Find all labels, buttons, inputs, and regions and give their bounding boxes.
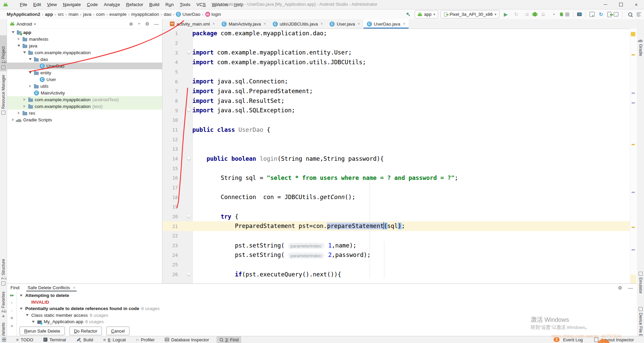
tree-item-dao[interactable]: dao — [7, 56, 162, 63]
breadcrumb-myapplication2[interactable]: MyApplication2 — [7, 12, 40, 17]
statusbar-build[interactable]: Build — [73, 336, 96, 343]
stop-button[interactable] — [565, 12, 569, 16]
breadcrumb-main[interactable]: main — [69, 12, 78, 17]
terminal-button[interactable] — [590, 12, 595, 17]
breadcrumb-src[interactable]: src — [58, 12, 64, 17]
menu-view[interactable]: View — [44, 1, 60, 8]
statusbar-database-inspector[interactable]: Database Inspector — [162, 336, 212, 343]
run-configuration-select[interactable]: app▾ — [415, 10, 438, 18]
chevron-right-icon[interactable] — [17, 38, 21, 40]
code-area[interactable]: 1package com.example.myapplication.dao;2… — [162, 29, 630, 283]
apply-changes-button[interactable] — [523, 11, 531, 18]
find-row-invalid[interactable]: INVALID — [16, 299, 637, 306]
settings-icon[interactable]: ⚙ — [145, 21, 149, 27]
tree-item-user[interactable]: CUser — [7, 76, 162, 83]
tree-item-com-example-myapplication-test[interactable]: com.example.myapplication(test) — [7, 103, 162, 110]
run-button[interactable] — [502, 11, 510, 18]
chevron-down-icon[interactable] — [28, 58, 32, 60]
tree-item-mainactivity[interactable]: CMainActivity — [7, 89, 162, 96]
find-row-attempting-to-delete[interactable]: Attempting to delete — [16, 292, 637, 299]
tree-item-entity[interactable]: entity — [7, 69, 162, 76]
menu-analyze[interactable]: Analyze — [101, 1, 123, 8]
hide-icon[interactable]: — — [628, 285, 633, 291]
chevron-down-icon[interactable] — [31, 321, 35, 323]
tab-activity-main-xml[interactable]: <>activity_main.xml× — [166, 19, 218, 29]
sync-button[interactable] — [597, 11, 605, 18]
toolstrip-gradle[interactable]: Gradle — [637, 36, 644, 65]
collapse-all-icon[interactable]: ÷ — [138, 21, 141, 27]
error-stripe[interactable] — [630, 29, 637, 283]
menu-vcs[interactable]: VCS — [194, 1, 209, 8]
chevron-right-icon[interactable] — [17, 112, 21, 114]
profiler-button[interactable] — [550, 11, 558, 18]
statusbar-terminal[interactable]: Terminal — [41, 336, 69, 343]
sdk-button[interactable] — [614, 12, 618, 16]
hide-icon[interactable]: — — [154, 21, 159, 27]
close-icon[interactable]: × — [357, 22, 360, 26]
menu-run[interactable]: Run — [163, 1, 177, 8]
breadcrumb-example[interactable]: example — [109, 12, 126, 17]
chevron-right-icon[interactable] — [11, 118, 15, 121]
find-row-potentially-unsafe-to-delete-references-found-in-code[interactable]: Potentially unsafe to delete references … — [16, 305, 637, 312]
breadcrumb-dao[interactable]: dao — [164, 12, 172, 17]
rerun-icon[interactable]: ▶▶ — [10, 294, 13, 297]
tree-item-userdao[interactable]: CUserDao — [7, 63, 162, 69]
breadcrumb-login[interactable]: mlogin — [205, 12, 221, 17]
cancel-button[interactable]: Cancel — [106, 327, 129, 335]
chevron-down-icon[interactable] — [19, 295, 23, 297]
fold-marker-icon[interactable] — [187, 215, 190, 218]
fold-marker-icon[interactable] — [187, 272, 190, 276]
toolstrip-2-favorites[interactable]: ★2: Favorites — [0, 285, 7, 320]
statusbar-todo[interactable]: ≡TODO — [13, 336, 36, 343]
tree-item-manifests[interactable]: manifests — [7, 36, 162, 42]
chevron-down-icon[interactable] — [19, 308, 23, 310]
device-select[interactable]: Pixel_3a_API_30_x86▾ — [441, 10, 499, 18]
chevron-right-icon[interactable] — [28, 85, 32, 87]
group-icon[interactable]: ≡ — [10, 316, 13, 320]
close-icon[interactable]: × — [73, 285, 75, 290]
chevron-down-icon[interactable] — [25, 314, 29, 316]
menu-refactor[interactable]: Refactor — [123, 1, 146, 8]
breadcrumb-com[interactable]: com — [96, 12, 105, 17]
statusbar-profiler[interactable]: ∩Profiler — [133, 336, 157, 343]
tree-item-res[interactable]: res — [7, 110, 162, 116]
tree-item-app[interactable]: app — [7, 29, 162, 36]
do-refactor-button[interactable]: Do Refactor — [69, 327, 102, 335]
breadcrumb-myapplication[interactable]: myapplication — [131, 12, 159, 17]
chevron-down-icon[interactable] — [23, 51, 27, 53]
tab-mainactivity-java[interactable]: CMainActivity.java× — [218, 19, 269, 29]
tab-safe-delete-conflicts[interactable]: Safe Delete Conflicts × — [26, 284, 77, 292]
toolwindow-switcher-icon[interactable] — [0, 336, 9, 343]
close-icon[interactable]: × — [213, 22, 215, 26]
statusbar-3-find[interactable]: 3: Find — [217, 336, 241, 343]
toolstrip-emulator[interactable]: Emulator — [637, 270, 644, 307]
tree-item-com-example-myapplication-androidtest[interactable]: com.example.myapplication(androidTest) — [7, 96, 162, 103]
menu-file[interactable]: File — [17, 1, 30, 8]
down-icon[interactable]: ↓ — [11, 308, 13, 312]
breadcrumb-java[interactable]: java — [83, 12, 91, 17]
chevron-down-icon[interactable] — [11, 31, 15, 33]
debug-button[interactable] — [533, 12, 537, 16]
fold-marker-icon[interactable] — [187, 109, 190, 112]
tab-userdao-java[interactable]: CUserDao.java× — [364, 19, 409, 29]
devmgr-button[interactable] — [577, 12, 582, 16]
statusbar-6-logcat[interactable]: ≡6: Logcat — [101, 336, 128, 343]
fold-marker-icon[interactable] — [187, 157, 190, 160]
menu-code[interactable]: Code — [84, 1, 100, 8]
chevron-down-icon[interactable] — [17, 45, 21, 47]
phone-button[interactable] — [607, 12, 611, 17]
toolstrip-resource-manager[interactable]: Resource Manager — [0, 69, 7, 117]
close-icon[interactable]: × — [320, 22, 323, 26]
tree-item-gradle-scripts[interactable]: Gradle Scripts — [7, 116, 162, 123]
close-icon[interactable]: × — [403, 22, 405, 26]
tree-item-utils[interactable]: utils — [7, 83, 162, 89]
menu-edit[interactable]: Edit — [31, 1, 44, 8]
restart-button[interactable] — [512, 11, 520, 18]
chevron-right-icon[interactable] — [23, 98, 27, 101]
tree-item-com-example-myapplication[interactable]: com.example.myapplication — [7, 49, 162, 56]
toolstrip-1-project[interactable]: 1: Project — [0, 35, 7, 71]
menu-navigate[interactable]: Navigate — [60, 1, 83, 8]
attach-button[interactable] — [560, 12, 563, 16]
avatar-button[interactable] — [637, 12, 641, 17]
navigate-back-icon[interactable] — [404, 11, 412, 18]
